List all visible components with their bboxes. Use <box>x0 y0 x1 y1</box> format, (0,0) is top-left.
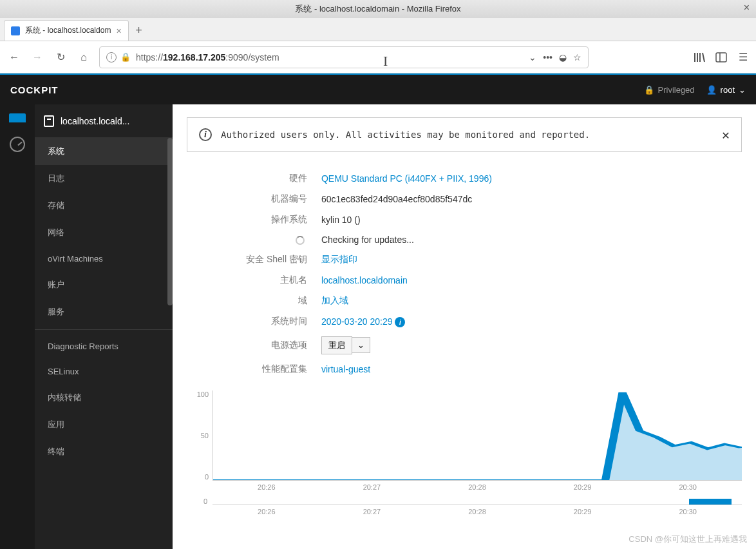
hardware-label: 硬件 <box>240 169 314 188</box>
window-close-button[interactable]: × <box>744 2 750 14</box>
browser-navbar: ← → ↻ ⌂ i 🔒 https://192.168.17.205:9090/… <box>0 41 756 73</box>
library-icon[interactable] <box>693 51 706 64</box>
hostname-link[interactable]: localhost.localdomain <box>321 275 408 285</box>
privileged-indicator[interactable]: 🔒 Privileged <box>644 85 695 95</box>
overview-fill <box>689 499 732 505</box>
tab-favicon <box>11 26 20 35</box>
sidebar-host-label: localhost.locald... <box>61 116 129 126</box>
domain-label: 域 <box>240 291 314 311</box>
overview-zero-label: 0 <box>203 497 207 505</box>
sidebar-item[interactable]: 存储 <box>35 192 173 219</box>
sidebar-item[interactable]: 日志 <box>35 165 173 192</box>
login-banner: i Authorized users only. All activities … <box>187 117 742 152</box>
restart-button[interactable]: 重启 <box>321 336 352 354</box>
info-icon: i <box>199 128 212 141</box>
chevron-down-icon: ⌄ <box>739 85 746 95</box>
lock-warning-icon: 🔒 <box>120 52 131 62</box>
site-info-icon[interactable]: i <box>106 52 117 63</box>
browser-tabbar: 系统 - localhost.localdom × + <box>0 18 756 41</box>
sidebar-item[interactable]: Diagnostic Reports <box>35 334 173 359</box>
hardware-link[interactable]: QEMU Standard PC (i440FX + PIIX, 1996) <box>321 173 492 184</box>
hostname-label: 主机名 <box>240 271 314 290</box>
profile-link[interactable]: virtual-guest <box>321 364 370 374</box>
os-value: kylin 10 () <box>315 210 498 229</box>
nav-home-button[interactable]: ⌂ <box>76 50 91 65</box>
cpu-chart: 100500 20:2620:2720:2820:2920:30 0 20:26… <box>187 390 742 518</box>
sidebar-item[interactable]: 应用 <box>35 411 173 438</box>
sshkey-link[interactable]: 显示指印 <box>321 254 357 264</box>
lock-icon: 🔒 <box>644 85 654 95</box>
app-logo: COCKPIT <box>10 84 59 95</box>
host-icon <box>44 115 54 127</box>
time-label: 系统时间 <box>240 312 314 331</box>
window-title: 系统 - localhost.localdomain - Mozilla Fir… <box>295 3 460 15</box>
sidebar-item[interactable]: 内核转储 <box>35 384 173 411</box>
dashboard-icon[interactable] <box>10 137 25 152</box>
sidebar-host[interactable]: localhost.locald... <box>35 104 173 138</box>
power-label: 电源选项 <box>240 332 314 358</box>
host-iconbar <box>0 104 35 549</box>
chart-overview-x-labels: 20:2620:2720:2820:2920:30 <box>213 505 742 518</box>
user-menu[interactable]: 👤 root ⌄ <box>706 85 746 95</box>
url-bar[interactable]: i 🔒 https://192.168.17.205:9090/system ⌄… <box>99 46 589 68</box>
machineid-value: 60c1ec83fed24d90a4ecf80d85f547dc <box>315 189 498 209</box>
nav-back-button[interactable]: ← <box>6 50 22 65</box>
browser-tab[interactable]: 系统 - localhost.localdom × <box>4 20 129 41</box>
chart-overview-track[interactable]: 0 <box>213 499 742 505</box>
server-icon[interactable] <box>9 113 26 119</box>
main-panel: i Authorized users only. All activities … <box>173 104 756 549</box>
system-info-table: 硬件 QEMU Standard PC (i440FX + PIIX, 1996… <box>238 168 500 380</box>
app-header: COCKPIT 🔒 Privileged 👤 root ⌄ <box>0 73 756 104</box>
domain-link[interactable]: 加入域 <box>321 295 348 305</box>
text-cursor-icon: I <box>383 53 388 70</box>
url-text: https://192.168.17.205:9090/system <box>136 52 524 63</box>
hamburger-menu-icon[interactable]: ☰ <box>737 51 750 64</box>
sidebar-separator <box>35 329 173 330</box>
os-label: 操作系统 <box>240 210 314 229</box>
machineid-label: 机器编号 <box>240 189 314 209</box>
new-tab-button[interactable]: + <box>129 20 149 41</box>
sidebar-item[interactable]: 终端 <box>35 438 173 465</box>
sidebar-toggle-icon[interactable] <box>715 51 728 64</box>
banner-text: Authorized users only. All activities ma… <box>221 130 590 140</box>
time-link[interactable]: 2020-03-20 20:29 <box>321 316 393 327</box>
sidebar-scrollbar[interactable] <box>167 138 173 305</box>
sidebar-item[interactable]: 网络 <box>35 219 173 246</box>
tab-close-button[interactable]: × <box>116 26 121 36</box>
nav-reload-button[interactable]: ↻ <box>53 50 68 65</box>
nav-sidebar: localhost.locald... 系统日志存储网络oVirt Machin… <box>35 104 173 549</box>
sidebar-item[interactable]: SELinux <box>35 359 173 384</box>
profile-label: 性能配置集 <box>240 360 314 379</box>
svg-rect-0 <box>716 53 726 62</box>
banner-close-button[interactable]: ✕ <box>722 127 730 142</box>
user-icon: 👤 <box>706 85 717 95</box>
url-dropdown-icon[interactable]: ⌄ <box>529 52 536 63</box>
sidebar-item[interactable]: 账户 <box>35 271 173 298</box>
updates-status: Checking for updates... <box>315 231 498 249</box>
chart-x-labels: 20:2620:2720:2820:2920:30 <box>213 481 742 494</box>
pocket-icon[interactable]: ◒ <box>559 52 567 63</box>
spinner-icon <box>296 236 305 245</box>
chart-plot-area[interactable] <box>213 390 742 481</box>
sidebar-item[interactable]: 系统 <box>35 138 173 165</box>
watermark: CSDN @你可知这世上再难遇我 <box>628 534 747 545</box>
chart-y-labels: 100500 <box>187 390 213 481</box>
window-titlebar: 系统 - localhost.localdomain - Mozilla Fir… <box>0 0 756 18</box>
sidebar-item[interactable]: 服务 <box>35 298 173 325</box>
time-info-icon[interactable]: i <box>395 317 405 327</box>
sshkey-label: 安全 Shell 密钥 <box>240 250 314 269</box>
tab-title: 系统 - localhost.localdom <box>25 25 111 36</box>
bookmark-star-icon[interactable]: ☆ <box>573 52 581 63</box>
power-dropdown-button[interactable]: ⌄ <box>352 337 370 353</box>
page-actions-icon[interactable]: ••• <box>543 52 553 63</box>
nav-forward-button[interactable]: → <box>30 50 45 65</box>
sidebar-item[interactable]: oVirt Machines <box>35 246 173 271</box>
